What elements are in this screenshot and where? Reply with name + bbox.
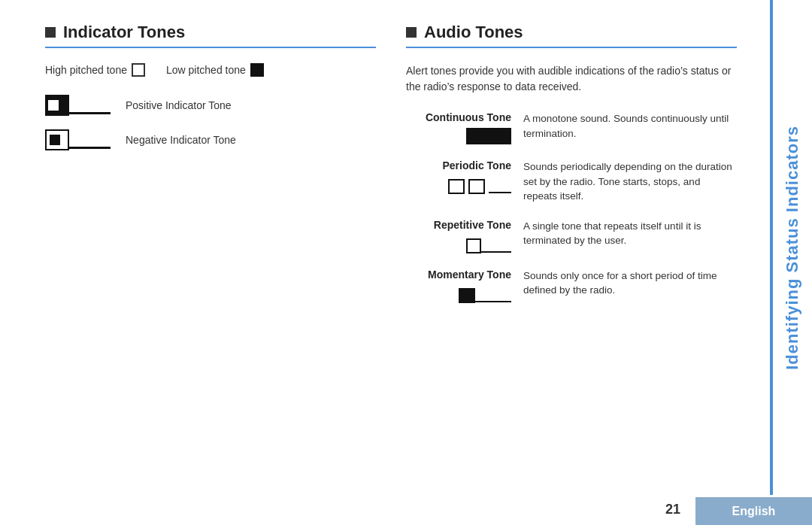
repetitive-tone-left: Repetitive Tone — [406, 219, 511, 253]
periodic-diagram — [406, 176, 511, 194]
positive-indicator-item: Positive Indicator Tone — [45, 95, 376, 116]
sidebar-text: Identifying Status Indicators — [783, 126, 802, 370]
periodic-line — [489, 192, 511, 193]
repetitive-tone-row: Repetitive Tone A single tone that repea… — [406, 219, 737, 253]
audio-divider — [406, 47, 737, 48]
negative-indicator-item: Negative Indicator Tone — [45, 129, 376, 150]
audio-tones-title: Audio Tones — [424, 23, 523, 42]
momentary-diagram — [406, 285, 511, 303]
high-pitched-label: High pitched tone — [45, 64, 127, 76]
high-pitched-legend: High pitched tone — [45, 63, 145, 77]
page-container: Indicator Tones High pitched tone Low pi… — [0, 0, 812, 525]
positive-tone-line — [69, 112, 111, 114]
tone-legend: High pitched tone Low pitched tone — [45, 63, 376, 77]
low-pitched-legend: Low pitched tone — [166, 63, 264, 77]
audio-tones-header: Audio Tones — [406, 23, 737, 42]
continuous-tone-desc: A monotone sound. Sounds continuously un… — [523, 111, 737, 141]
periodic-bar-2 — [468, 179, 485, 194]
continuous-tone-row: Continuous Tone A monotone sound. Sounds… — [406, 111, 737, 144]
repetitive-tone-name: Repetitive Tone — [406, 219, 511, 231]
positive-tone-diagram — [45, 95, 111, 116]
rep-line-icon — [481, 251, 511, 253]
continuous-bar-icon — [466, 128, 511, 144]
page-number: 21 — [665, 502, 680, 517]
repetitive-diagram — [406, 235, 511, 253]
negative-tone-line — [69, 147, 111, 149]
positive-inner — [48, 100, 59, 111]
negative-block — [45, 129, 69, 150]
negative-inner — [50, 135, 60, 145]
momentary-bars-icon — [459, 288, 511, 303]
repetitive-bars-icon — [466, 238, 511, 253]
momentary-tone-name: Momentary Tone — [406, 269, 511, 281]
moment-block-icon — [459, 288, 475, 303]
rep-square-icon — [466, 238, 481, 253]
right-column: Audio Tones Alert tones provide you with… — [406, 23, 737, 318]
periodic-tone-name: Periodic Tone — [406, 159, 511, 171]
moment-line-icon — [475, 301, 511, 302]
low-pitched-label: Low pitched tone — [166, 64, 246, 76]
header-square-icon — [45, 27, 56, 38]
indicator-tones-title: Indicator Tones — [63, 23, 185, 42]
english-badge: English — [695, 497, 812, 525]
left-column: Indicator Tones High pitched tone Low pi… — [45, 23, 376, 318]
positive-indicator-label: Positive Indicator Tone — [126, 99, 232, 111]
continuous-tone-name: Continuous Tone — [406, 111, 511, 123]
momentary-tone-row: Momentary Tone Sounds only once for a sh… — [406, 269, 737, 303]
periodic-bars-icon — [448, 179, 511, 194]
english-label: English — [732, 505, 776, 518]
negative-tone-diagram — [45, 129, 111, 150]
continuous-diagram — [406, 128, 511, 144]
positive-block — [45, 95, 69, 116]
momentary-tone-left: Momentary Tone — [406, 269, 511, 303]
sidebar-tab: Identifying Status Indicators — [773, 0, 812, 495]
repetitive-tone-desc: A single tone that repeats itself until … — [523, 219, 737, 248]
periodic-tone-row: Periodic Tone Sounds periodically depend… — [406, 159, 737, 204]
high-pitched-icon — [132, 63, 145, 77]
indicator-divider — [45, 47, 376, 48]
continuous-tone-left: Continuous Tone — [406, 111, 511, 144]
indicator-tones-header: Indicator Tones — [45, 23, 376, 42]
audio-intro-text: Alert tones provide you with audible ind… — [406, 63, 737, 95]
content-area: Indicator Tones High pitched tone Low pi… — [45, 23, 782, 318]
momentary-tone-desc: Sounds only once for a short period of t… — [523, 269, 737, 298]
periodic-tone-desc: Sounds periodically depending on the dur… — [523, 159, 737, 204]
periodic-tone-left: Periodic Tone — [406, 159, 511, 194]
audio-header-square-icon — [406, 27, 417, 38]
negative-indicator-label: Negative Indicator Tone — [126, 134, 236, 146]
periodic-bar-1 — [448, 179, 465, 194]
low-pitched-icon — [250, 63, 264, 77]
